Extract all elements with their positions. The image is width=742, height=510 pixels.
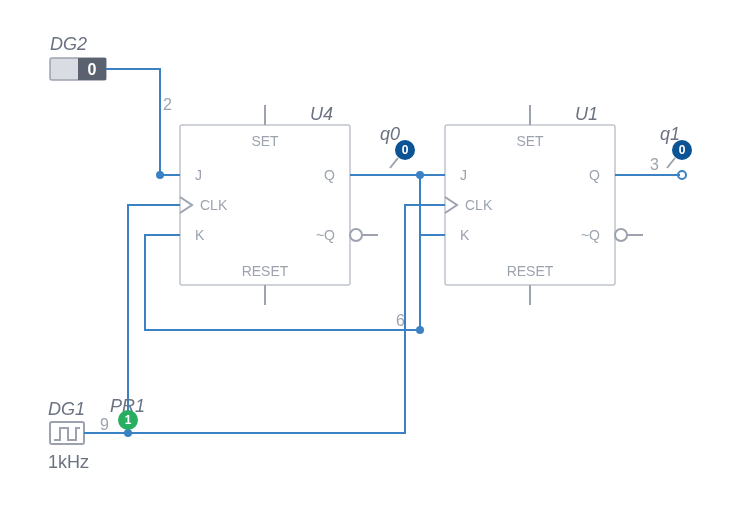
u1-pin-nq: ~Q xyxy=(581,227,600,243)
u1-pin-clk: CLK xyxy=(465,197,493,213)
probe-q0[interactable]: q0 0 xyxy=(380,124,415,168)
probe-pr1[interactable]: PR1 1 xyxy=(110,396,145,430)
svg-point-16 xyxy=(124,429,132,437)
u4-pin-reset: RESET xyxy=(242,263,289,279)
net-9-label: 9 xyxy=(100,416,109,433)
dg2-ref: DG2 xyxy=(50,34,87,54)
component-u1[interactable]: U1 SET RESET J CLK K Q ~Q xyxy=(445,104,643,305)
q0-value: 0 xyxy=(402,143,409,157)
u4-pin-clk: CLK xyxy=(200,197,228,213)
u4-pin-k: K xyxy=(195,227,205,243)
u1-pin-reset: RESET xyxy=(507,263,554,279)
component-dg1[interactable]: DG1 1kHz xyxy=(48,399,89,472)
net-2-label: 2 xyxy=(163,96,172,113)
net-6-label: 6 xyxy=(396,312,405,329)
u4-pin-q: Q xyxy=(324,167,335,183)
u4-pin-nq: ~Q xyxy=(316,227,335,243)
svg-line-22 xyxy=(667,158,675,168)
u4-pin-set: SET xyxy=(251,133,279,149)
u4-pin-j: J xyxy=(195,167,202,183)
component-u4[interactable]: U4 SET RESET J CLK K Q ~Q xyxy=(180,104,378,305)
q0-ref: q0 xyxy=(380,124,400,144)
u1-ref: U1 xyxy=(575,104,598,124)
u1-pin-set: SET xyxy=(516,133,544,149)
probe-q1[interactable]: q1 0 xyxy=(660,124,692,168)
q1-value: 0 xyxy=(679,143,686,157)
svg-line-20 xyxy=(390,158,398,168)
svg-point-3 xyxy=(350,229,362,241)
dg1-ref: DG1 xyxy=(48,399,85,419)
schematic-canvas[interactable]: U4 SET RESET J CLK K Q ~Q U1 SET RESET J… xyxy=(0,0,742,510)
u1-pin-k: K xyxy=(460,227,470,243)
u1-pin-j: J xyxy=(460,167,467,183)
u1-pin-q: Q xyxy=(589,167,600,183)
q1-ref: q1 xyxy=(660,124,680,144)
u4-ref: U4 xyxy=(310,104,333,124)
pr1-value: 1 xyxy=(125,413,132,427)
svg-point-15 xyxy=(416,326,424,334)
dg2-value: 0 xyxy=(88,61,97,78)
svg-point-8 xyxy=(615,229,627,241)
net-3-label: 3 xyxy=(650,156,659,173)
component-dg2[interactable]: DG2 0 xyxy=(50,34,106,80)
dg1-freq: 1kHz xyxy=(48,452,89,472)
svg-point-13 xyxy=(156,171,164,179)
